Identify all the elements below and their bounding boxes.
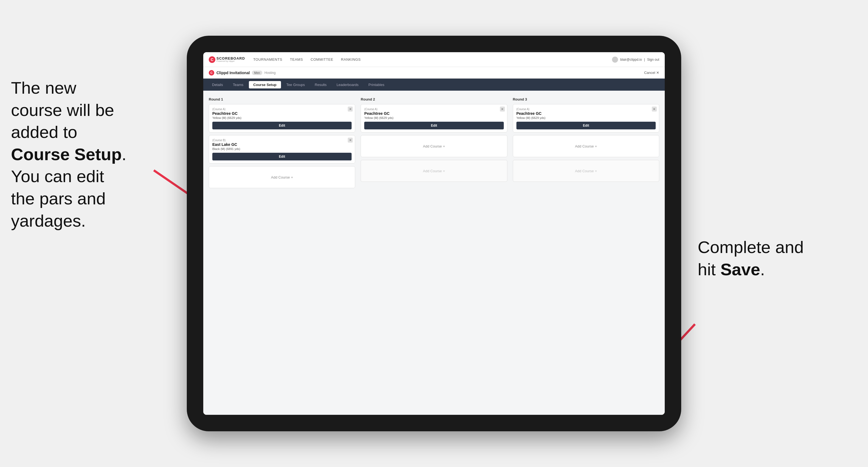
round2-course-a-name: Peachtree GC	[364, 111, 503, 116]
round1-course-b-card: (Course B) East Lake GC Black (M) (6891 …	[209, 135, 355, 163]
round1-course-b-delete-button[interactable]: ✕	[348, 137, 353, 143]
tab-leaderboards[interactable]: Leaderboards	[332, 81, 363, 89]
nav-tournaments[interactable]: TOURNAMENTS	[253, 57, 282, 62]
nav-teams[interactable]: TEAMS	[290, 57, 303, 62]
round3-course-a-tee: Yellow (M) (6629 yds)	[517, 116, 656, 120]
tab-bar: Details Teams Course Setup Tee Groups Re…	[203, 79, 665, 91]
annotation-line1: The new	[11, 78, 76, 97]
cancel-button[interactable]: Cancel ✕	[644, 71, 659, 75]
context-logo: C	[209, 70, 214, 75]
right-annotation: Complete and hit Save.	[698, 236, 857, 280]
round2-course-a-card: (Course A) Peachtree GC Yellow (M) (6629…	[361, 104, 507, 132]
round1-course-a-delete-button[interactable]: ✕	[348, 106, 353, 112]
round-3-header: Round 3	[513, 97, 659, 101]
annotation-line2: course will be	[11, 100, 114, 120]
powered-label: Powered by clippd	[216, 60, 245, 62]
round2-course-a-edit-button[interactable]: Edit	[364, 122, 503, 129]
context-bar: C Clippd Invitational Men Hosting Cancel…	[203, 67, 665, 79]
nav-avatar	[612, 57, 618, 63]
annotation-right-line1: Complete and	[698, 238, 804, 256]
tablet-frame: C SCOREBOARD Powered by clippd TOURNAMEN…	[187, 36, 681, 431]
course-a-name: Peachtree GC	[212, 111, 351, 116]
rounds-grid: Round 1 (Course A) Peachtree GC Yellow (…	[209, 97, 659, 191]
annotation-line4end: .	[122, 145, 126, 164]
nav-links: TOURNAMENTS TEAMS COMMITTEE RANKINGS	[253, 57, 612, 62]
round2-course-a-label: (Course A)	[364, 108, 503, 111]
nav-logo: C SCOREBOARD Powered by clippd	[209, 56, 245, 63]
plus-icon-r3-d: +	[595, 169, 597, 173]
round2-add-course-button[interactable]: Add Course +	[361, 135, 507, 157]
user-email: blair@clippd.io	[620, 58, 642, 62]
context-title: Clippd Invitational	[216, 71, 250, 75]
round2-course-a-tee: Yellow (M) (6629 yds)	[364, 116, 503, 120]
main-content: Round 1 (Course A) Peachtree GC Yellow (…	[203, 91, 665, 415]
context-left: C Clippd Invitational Men Hosting	[209, 70, 276, 75]
course-b-label: (Course B)	[212, 139, 351, 142]
tab-teams[interactable]: Teams	[228, 81, 248, 89]
tab-details[interactable]: Details	[208, 81, 227, 89]
round-2-column: Round 2 (Course A) Peachtree GC Yellow (…	[361, 97, 507, 191]
nav-rankings[interactable]: RANKINGS	[341, 57, 361, 62]
plus-icon-r2-d: +	[443, 169, 445, 173]
round-2-header: Round 2	[361, 97, 507, 101]
course-b-name: East Lake GC	[212, 142, 351, 147]
round1-course-b-edit-button[interactable]: Edit	[212, 153, 351, 160]
round3-course-a-card: (Course A) Peachtree GC Yellow (M) (6629…	[513, 104, 659, 132]
annotation-line3: added to	[11, 123, 77, 142]
annotation-line7: yardages.	[11, 211, 86, 230]
course-a-label: (Course A)	[212, 108, 351, 111]
round-1-column: Round 1 (Course A) Peachtree GC Yellow (…	[209, 97, 355, 191]
plus-icon-r3: +	[595, 144, 597, 148]
course-a-tee: Yellow (M) (6629 yds)	[212, 116, 351, 120]
nav-logo-icon: C	[209, 56, 215, 63]
annotation-right-save: Save	[720, 260, 760, 279]
context-badge: Men	[252, 71, 262, 75]
left-annotation: The new course will be added to Course S…	[11, 77, 170, 232]
top-nav: C SCOREBOARD Powered by clippd TOURNAMEN…	[203, 52, 665, 67]
nav-committee[interactable]: COMMITTEE	[311, 57, 334, 62]
round-1-header: Round 1	[209, 97, 355, 101]
tab-results[interactable]: Results	[310, 81, 331, 89]
nav-logo-text: SCOREBOARD Powered by clippd	[216, 57, 245, 62]
plus-icon-r1: +	[291, 175, 293, 179]
round3-add-course-disabled: Add Course +	[513, 160, 659, 182]
round3-course-a-label: (Course A)	[517, 108, 656, 111]
round1-add-course-button[interactable]: Add Course +	[209, 166, 355, 188]
annotation-right-line2end: .	[760, 260, 765, 279]
tab-tee-groups[interactable]: Tee Groups	[282, 81, 309, 89]
round3-add-course-button[interactable]: Add Course +	[513, 135, 659, 157]
annotation-line6: the pars and	[11, 189, 106, 208]
tab-course-setup[interactable]: Course Setup	[249, 81, 281, 89]
annotation-line4bold: Course Setup	[11, 145, 122, 164]
round1-course-a-edit-button[interactable]: Edit	[212, 122, 351, 129]
tablet-screen: C SCOREBOARD Powered by clippd TOURNAMEN…	[203, 52, 665, 415]
annotation-right-line2start: hit	[698, 260, 720, 279]
annotation-line5: You can edit	[11, 167, 104, 186]
tab-printables[interactable]: Printables	[364, 81, 389, 89]
round2-course-a-delete-button[interactable]: ✕	[500, 106, 505, 112]
context-hosting: Hosting	[265, 71, 276, 75]
sign-out-link[interactable]: Sign out	[647, 58, 659, 62]
round3-course-a-edit-button[interactable]: Edit	[517, 122, 656, 129]
round-3-column: Round 3 (Course A) Peachtree GC Yellow (…	[513, 97, 659, 191]
round1-course-a-card: (Course A) Peachtree GC Yellow (M) (6629…	[209, 104, 355, 132]
nav-right: blair@clippd.io | Sign out	[612, 57, 659, 63]
round2-add-course-disabled: Add Course +	[361, 160, 507, 182]
round3-course-a-delete-button[interactable]: ✕	[652, 106, 657, 112]
plus-icon-r2: +	[443, 144, 445, 148]
round3-course-a-name: Peachtree GC	[517, 111, 656, 116]
course-b-tee: Black (M) (6891 yds)	[212, 147, 351, 151]
